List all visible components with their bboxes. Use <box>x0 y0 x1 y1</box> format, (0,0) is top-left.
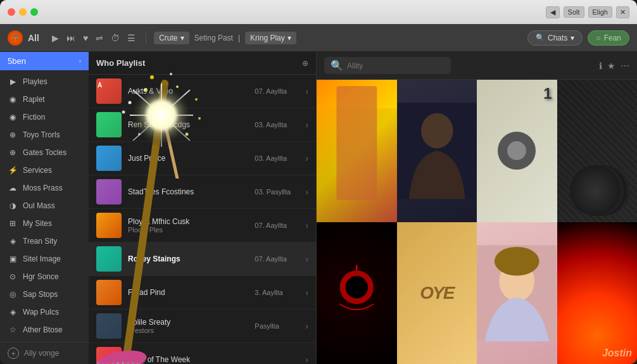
ather-btose-icon: ☆ <box>8 325 18 335</box>
toyo-trorls-icon: ⊕ <box>8 130 18 140</box>
track-thumbnail <box>96 213 122 238</box>
list-item[interactable]: Polile Sreaty Prestors Pasyllta › <box>89 310 316 343</box>
list-item[interactable]: Ploy & Mfhic Cusk Plocef Ples 07. Aayllt… <box>89 209 316 242</box>
list-item[interactable]: Rovey Staings 07. Aayllta › <box>89 242 316 276</box>
album-cell[interactable]: Jostin <box>557 222 638 365</box>
add-vonge-label: Ally vonge <box>24 349 59 358</box>
track-action-icon[interactable]: › <box>305 120 308 130</box>
app-window: ◀ Solt Eligh ✕ 🎵 All ▶ ⏭ ♥ ⇌ ⏱ ☰ Crute ▾… <box>0 0 637 364</box>
sort-button[interactable]: Solt <box>564 6 584 18</box>
sidebar-item-label: Playles <box>23 77 47 86</box>
track-thumbnail <box>96 313 122 339</box>
list-item[interactable]: Ren Sorie &Scdgs 03. Aayllta › <box>89 108 316 142</box>
track-info: Aukts & Vileo <box>128 87 248 96</box>
sitel-image-icon: ▣ <box>8 254 18 264</box>
sidebar-item-oul-mass[interactable]: ◑ Oul Mass <box>0 197 89 215</box>
wap-pulcs-icon: ◈ <box>8 307 18 317</box>
crute-dropdown[interactable]: Crute ▾ <box>154 32 189 44</box>
album-cell[interactable] <box>477 222 557 365</box>
list-item[interactable]: Fread Pind 3. Aayllta › <box>89 276 316 310</box>
sidebar-item-services[interactable]: ⚡ Services <box>0 161 89 179</box>
album-cell[interactable] <box>557 80 638 222</box>
playlist-panel: Who Playlist ⊕ A Aukts & Vileo 07. Aayll… <box>89 52 317 364</box>
info-icon[interactable]: ℹ <box>599 61 602 71</box>
menu-button[interactable]: ☰ <box>125 31 138 45</box>
heart-button[interactable]: ♥ <box>80 31 91 45</box>
sidebar-item-wap-pulcs[interactable]: ◈ Wap Pulcs <box>0 303 89 321</box>
track-action-icon[interactable]: › <box>305 355 308 364</box>
services-icon: ⚡ <box>8 165 18 175</box>
sidebar-item-label: Oul Mass <box>23 201 55 210</box>
track-action-icon[interactable]: › <box>305 220 308 230</box>
sidebar-item-toyo-trorls[interactable]: ⊕ Toyo Trorls <box>0 126 89 144</box>
playlist-list: A Aukts & Vileo 07. Aayllta › Ren Sorie … <box>89 75 316 364</box>
fean-label: Fean <box>604 34 621 42</box>
album-cell[interactable]: OYE <box>397 222 477 365</box>
track-subtitle: Prestors <box>128 327 248 334</box>
sidebar-item-ather-btose[interactable]: ☆ Ather Btose <box>0 321 89 339</box>
moss-prass-icon: ☁ <box>8 183 18 193</box>
sidebar-item-gates-tocles[interactable]: ⊕ Gates Tocles <box>0 144 89 161</box>
gates-tocles-icon: ⊕ <box>8 147 18 158</box>
sidebar-item-raplet[interactable]: ◉ Raplet <box>0 91 89 108</box>
eligh-button[interactable]: Eligh <box>588 6 612 18</box>
sidebar-item-hgr-sonce[interactable]: ⊙ Hgr Sonce <box>0 268 89 286</box>
list-item[interactable]: Just Prince 03. Aayllta › <box>89 142 316 175</box>
next-button[interactable]: ⏭ <box>64 31 78 45</box>
more-icon[interactable]: ⋯ <box>621 61 629 71</box>
sap-stops-icon: ◎ <box>8 289 18 299</box>
right-search-bar[interactable]: 🔍 <box>324 57 451 74</box>
album-grid: 1 <box>317 80 637 364</box>
close-traffic-light[interactable] <box>8 8 15 16</box>
sidebar-item-fiction[interactable]: ◉ Fiction <box>0 108 89 126</box>
track-action-icon[interactable]: › <box>305 321 308 331</box>
album-cell[interactable] <box>317 80 397 222</box>
track-info: StadTiles Fcostines <box>128 187 248 196</box>
track-info: Polile Sreaty Prestors <box>128 318 248 334</box>
track-action-icon[interactable]: › <box>305 153 308 163</box>
crute-label: Crute <box>159 34 177 42</box>
traffic-lights <box>8 8 38 16</box>
track-number: 03. Pasyllta <box>255 188 299 196</box>
sidebar-item-sap-stops[interactable]: ◎ Sap Stops <box>0 286 89 303</box>
album-cell[interactable] <box>397 80 477 222</box>
kring-play-dropdown[interactable]: Kring Play ▾ <box>245 32 296 44</box>
svg-point-1 <box>420 113 453 149</box>
chats-search-button[interactable]: 🔍 Chats ▾ <box>527 30 583 46</box>
star-icon[interactable]: ★ <box>607 61 615 71</box>
list-item[interactable]: Mere of The Week › <box>89 343 316 364</box>
track-action-icon[interactable]: › <box>305 187 308 197</box>
back-button[interactable]: ◀ <box>546 6 560 18</box>
sidebar-item-moss-prass[interactable]: ☁ Moss Prass <box>0 179 89 197</box>
list-item[interactable]: StadTiles Fcostines 03. Pasyllta › <box>89 175 316 209</box>
timer-button[interactable]: ⏱ <box>108 31 122 45</box>
main-content: 5ben › ▶ Playles ◉ Raplet ◉ Fiction ⊕ <box>0 52 637 364</box>
track-action-icon[interactable]: › <box>305 254 308 264</box>
search-input[interactable] <box>347 61 445 70</box>
fean-button[interactable]: ○ Fean <box>588 30 629 46</box>
sidebar-item-my-sites[interactable]: ⊞ My Sites <box>0 215 89 232</box>
maximize-traffic-light[interactable] <box>30 8 38 16</box>
minimize-traffic-light[interactable] <box>19 8 27 16</box>
sidebar-active-item[interactable]: 5ben › <box>0 52 89 70</box>
sidebar-item-trean-sity[interactable]: ◈ Trean Sity <box>0 232 89 250</box>
track-info: Ren Sorie &Scdgs <box>128 120 248 129</box>
album-cell[interactable]: 1 <box>477 80 557 222</box>
app-logo: 🎵 <box>8 30 23 46</box>
track-number: 03. Aayllta <box>255 154 299 162</box>
album-cell[interactable] <box>317 222 397 365</box>
sidebar-item-playles[interactable]: ▶ Playles <box>0 73 89 91</box>
add-vonge-button[interactable]: + Ally vonge <box>0 342 89 364</box>
list-item[interactable]: A Aukts & Vileo 07. Aayllta › <box>89 75 316 108</box>
playlist-header-action-icon[interactable]: ⊕ <box>302 59 308 68</box>
track-title: Fread Pind <box>128 288 248 297</box>
shuffle-button[interactable]: ⇌ <box>93 31 106 45</box>
window-close-button[interactable]: ✕ <box>616 6 629 18</box>
track-action-icon[interactable]: › <box>305 287 308 298</box>
play-button[interactable]: ▶ <box>49 31 61 45</box>
sidebar-item-sitel-image[interactable]: ▣ Sitel Image <box>0 250 89 268</box>
kring-dropdown-arrow-icon: ▾ <box>287 34 291 42</box>
sidebar-chevron-icon: › <box>79 58 81 65</box>
track-title: Just Prince <box>128 154 248 163</box>
track-action-icon[interactable]: › <box>305 86 308 96</box>
